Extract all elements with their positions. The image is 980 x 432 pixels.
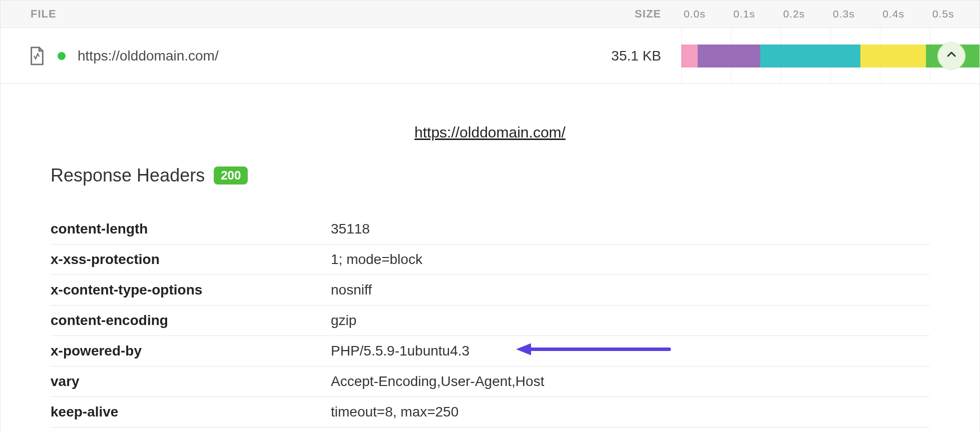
header-row: content-encodinggzip xyxy=(51,306,929,336)
svg-marker-1 xyxy=(516,344,531,356)
header-value: timeout=8, max=250 xyxy=(331,397,929,428)
request-url: https://olddomain.com/ xyxy=(78,48,219,64)
annotation-arrow-icon xyxy=(516,342,671,360)
column-header-size: SIZE xyxy=(551,8,681,20)
header-key: vary xyxy=(51,366,331,397)
header-value: nosniff xyxy=(331,275,929,306)
header-key: content-length xyxy=(51,214,331,244)
time-tick-label: 0.5s xyxy=(930,8,954,20)
header-row: x-xss-protection1; mode=block xyxy=(51,244,929,275)
waterfall-bar xyxy=(681,44,979,68)
header-value: Accept-Encoding,User-Agent,Host xyxy=(331,366,929,397)
chevron-up-icon xyxy=(945,48,957,64)
time-tick-label: 0.1s xyxy=(731,8,755,20)
header-key: x-xss-protection xyxy=(51,244,331,275)
header-key: x-powered-by xyxy=(51,336,331,366)
waterfall-cell xyxy=(681,28,979,84)
column-header-file: FILE xyxy=(1,8,551,20)
waterfall-segment xyxy=(681,44,698,68)
detail-url-link[interactable]: https://olddomain.com/ xyxy=(51,124,929,141)
header-key: expires xyxy=(51,428,331,432)
status-badge: 200 xyxy=(214,166,248,184)
header-row: content-length35118 xyxy=(51,214,929,244)
status-dot-icon xyxy=(58,52,66,60)
header-value: PHP/5.5.9-1ubuntu4.3 xyxy=(331,336,929,366)
header-key: x-content-type-options xyxy=(51,275,331,306)
response-headers-title: Response Headers 200 xyxy=(51,165,929,186)
header-key: content-encoding xyxy=(51,306,331,336)
header-row: x-powered-byPHP/5.5.9-1ubuntu4.3 xyxy=(51,336,929,366)
headers-table: content-length35118x-xss-protection1; mo… xyxy=(51,214,929,432)
header-row: keep-alivetimeout=8, max=250 xyxy=(51,397,929,428)
header-key: keep-alive xyxy=(51,397,331,428)
time-tick-label: 0.0s xyxy=(682,8,706,20)
header-row: varyAccept-Encoding,User-Agent,Host xyxy=(51,366,929,397)
details-panel: https://olddomain.com/ Response Headers … xyxy=(0,84,980,432)
header-row: expiresTue, 13 Nov 2018 07:06:34 GMT xyxy=(51,428,929,432)
header-value: Tue, 13 Nov 2018 07:06:34 GMT xyxy=(331,428,929,432)
waterfall-segment xyxy=(860,44,926,68)
waterfall-segment xyxy=(698,44,760,68)
header-value: gzip xyxy=(331,306,929,336)
header-value: 35118 xyxy=(331,214,929,244)
header-row: x-content-type-optionsnosniff xyxy=(51,275,929,306)
waterfall-segment xyxy=(760,44,860,68)
request-row[interactable]: https://olddomain.com/ 35.1 KB xyxy=(0,28,980,84)
time-tick-label: 0.4s xyxy=(880,8,904,20)
request-size: 35.1 KB xyxy=(551,48,681,64)
table-header: FILE SIZE 0.0s0.1s0.2s0.3s0.4s0.5s0.6 xyxy=(0,0,980,28)
section-title-text: Response Headers xyxy=(51,165,205,186)
collapse-button[interactable] xyxy=(937,42,965,70)
time-tick-label: 0.3s xyxy=(831,8,855,20)
header-value: 1; mode=block xyxy=(331,244,929,275)
document-icon xyxy=(29,46,46,66)
time-tick-label: 0.2s xyxy=(781,8,805,20)
